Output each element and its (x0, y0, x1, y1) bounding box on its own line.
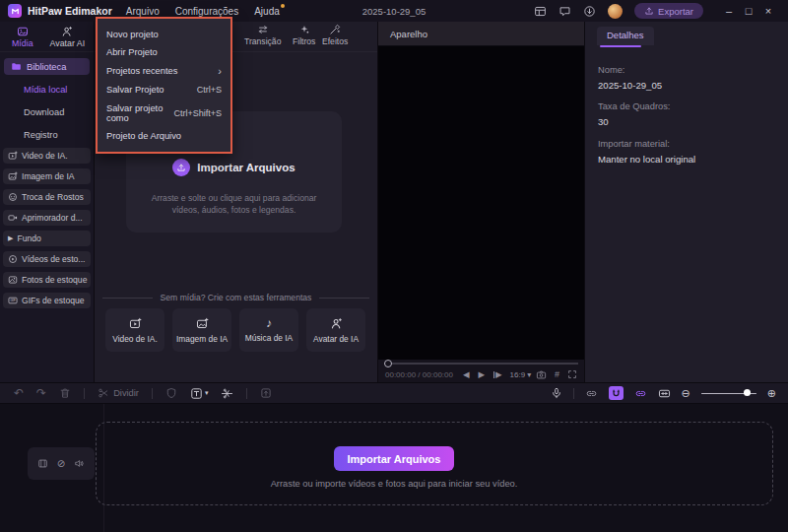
ai-music-button[interactable]: ♪ Música de IA (239, 308, 298, 352)
user-avatar[interactable] (608, 4, 623, 19)
redo-icon[interactable]: ↷ (36, 386, 46, 400)
feedback-icon[interactable] (558, 5, 571, 18)
preview-scrubber[interactable] (384, 361, 578, 365)
app-title: HitPaw Edimakor (28, 5, 112, 17)
fit-timeline-icon[interactable] (658, 387, 671, 400)
aspect-ratio-select[interactable]: 16:9 ▾ (510, 370, 532, 379)
minimize-button[interactable]: – (719, 0, 739, 22)
ai-video-button[interactable]: Video de IA. (105, 308, 164, 352)
sidebar-item-fotos-estoque[interactable]: Fotos de estoque (3, 272, 91, 288)
video-track-icon[interactable] (37, 458, 48, 469)
sidebar-item-aprimorador[interactable]: Aprimorador d... (3, 210, 91, 226)
shortcut-label: Ctrl+Shift+S (173, 108, 222, 118)
mic-icon[interactable] (551, 387, 562, 399)
export-frame-icon[interactable] (260, 387, 272, 399)
sidebar-item-troca-rostos[interactable]: Troca de Rostos (3, 189, 91, 205)
tab-underline (600, 45, 641, 47)
sidebar-item-fundo[interactable]: ▶ Fundo (3, 231, 91, 246)
fullscreen-icon[interactable] (567, 369, 577, 379)
menu-item-abrir-projeto[interactable]: Abrir Projeto (98, 47, 230, 57)
timeline: ⊘ Importar Arquivos Arraste ou importe v… (0, 404, 788, 532)
preview-panel: Aparelho 00:00:00 / 00:00:00 ◀ ▶ ▶ 16:9 … (377, 22, 584, 382)
sidebar-item-gifs-estoque[interactable]: GIFs de estoque (3, 293, 91, 308)
timeline-zoom-slider[interactable] (701, 388, 756, 398)
hide-track-icon[interactable]: ⊘ (57, 459, 65, 469)
scrubber-track (384, 363, 578, 365)
split-button[interactable]: Dividir (98, 387, 139, 399)
avatar-ai-icon (61, 26, 73, 37)
sidebar-item-imagem-ia[interactable]: Imagem de IA (3, 168, 91, 184)
magnet-icon[interactable] (609, 386, 624, 400)
zoom-in-icon[interactable]: ⊕ (767, 388, 776, 399)
upload-icon (172, 159, 190, 176)
grid-icon[interactable]: # (555, 369, 559, 379)
tab-detalhes[interactable]: Detalhes (597, 27, 654, 45)
menu-arquivo[interactable]: Arquivo (126, 6, 160, 17)
maximize-button[interactable]: □ (739, 0, 758, 22)
menu-item-projetos-recentes[interactable]: Projetos recentes › (98, 66, 230, 76)
text-tool-icon (190, 387, 203, 400)
chevron-down-icon: ▾ (527, 370, 531, 379)
timeline-import-button[interactable]: Importar Arquivos (334, 446, 454, 471)
avatar-card-icon (330, 317, 343, 330)
download-icon[interactable] (583, 5, 596, 18)
field-label-taxa: Taxa de Quadros: (598, 101, 670, 111)
zoom-out-icon[interactable]: ⊖ (682, 388, 690, 399)
sidebar-item-video-ia[interactable]: Video de IA. (3, 148, 91, 164)
menu-item-salvar-projeto-como[interactable]: Salvar projeto como Ctrl+Shift+S (98, 103, 230, 123)
slider-handle[interactable] (744, 389, 751, 396)
sidebar-item-biblioteca[interactable]: Biblioteca (4, 58, 90, 75)
tab-avatar-ai[interactable]: Avatar AI (45, 26, 91, 48)
window-controls: – □ × (719, 0, 778, 22)
field-label-nome: Nome: (598, 65, 624, 75)
sidebar-tabs: Mídia Avatar AI (0, 22, 94, 52)
export-icon (644, 6, 654, 16)
close-button[interactable]: × (758, 0, 778, 22)
step-back-icon[interactable]: ◀ (463, 369, 470, 379)
effects-icon (329, 24, 341, 35)
sidebar-item-midia-local[interactable]: Mídia local (0, 82, 94, 98)
project-name: 2025-10-29_05 (362, 6, 426, 17)
step-forward-icon[interactable]: ▶ (493, 369, 502, 379)
field-label-importar: Importar material: (598, 139, 670, 149)
track-volume-icon[interactable] (74, 458, 85, 469)
play-icon: ▶ (8, 234, 13, 242)
play-button[interactable]: ▶ (479, 369, 486, 379)
export-button[interactable]: Exportar (634, 3, 703, 19)
file-menu: Novo projeto Abrir Projeto Projetos rece… (96, 17, 232, 154)
app-logo-icon (8, 4, 22, 18)
layout-icon[interactable] (534, 5, 547, 18)
folder-icon (11, 61, 22, 72)
menu-item-projeto-de-arquivo[interactable]: Projeto de Arquivo (98, 131, 230, 141)
text-tool-button[interactable]: ▾ (190, 387, 209, 400)
menu-item-novo-projeto[interactable]: Novo projeto (98, 30, 230, 39)
timeline-hint: Arraste ou importe vídeos e fotos aqui p… (0, 479, 788, 489)
delete-icon[interactable] (59, 387, 71, 399)
transition-icon (257, 24, 269, 35)
auto-cut-icon[interactable] (221, 387, 233, 400)
tab-filtros[interactable]: Filtros (293, 24, 315, 46)
gif-icon (8, 296, 18, 305)
sidebar-item-registro[interactable]: Registro (0, 127, 94, 143)
link-clips-icon[interactable] (585, 387, 598, 400)
ai-image-icon (196, 317, 209, 330)
menu-configuracoes[interactable]: Configurações (175, 6, 238, 17)
ai-avatar-button[interactable]: Avatar de IA (306, 308, 365, 352)
marker-icon[interactable] (165, 387, 177, 399)
menu-ajuda[interactable]: Ajuda (254, 6, 280, 17)
snapshot-icon[interactable] (536, 369, 547, 380)
tab-transicao[interactable]: Transição (244, 24, 281, 46)
preview-controls: 00:00:00 / 00:00:00 ◀ ▶ ▶ 16:9 ▾ # (378, 366, 584, 382)
tab-midia[interactable]: Mídia (0, 26, 45, 48)
sidebar-item-videos-estoque[interactable]: Vídeos de esto... (3, 251, 91, 267)
scissors-icon (98, 387, 109, 399)
undo-icon[interactable]: ↶ (14, 386, 24, 400)
auto-link-icon[interactable] (634, 387, 647, 400)
submenu-arrow-icon: › (218, 67, 222, 76)
filters-icon (298, 24, 310, 35)
field-value-importar: Manter no local original (598, 154, 695, 165)
tab-efeitos[interactable]: Efeitos (322, 24, 348, 46)
sidebar-item-download[interactable]: Download (0, 104, 94, 120)
menu-item-salvar-projeto[interactable]: Salvar Projeto Ctrl+S (98, 85, 230, 95)
ai-image-button[interactable]: Imagem de IA (172, 308, 231, 352)
